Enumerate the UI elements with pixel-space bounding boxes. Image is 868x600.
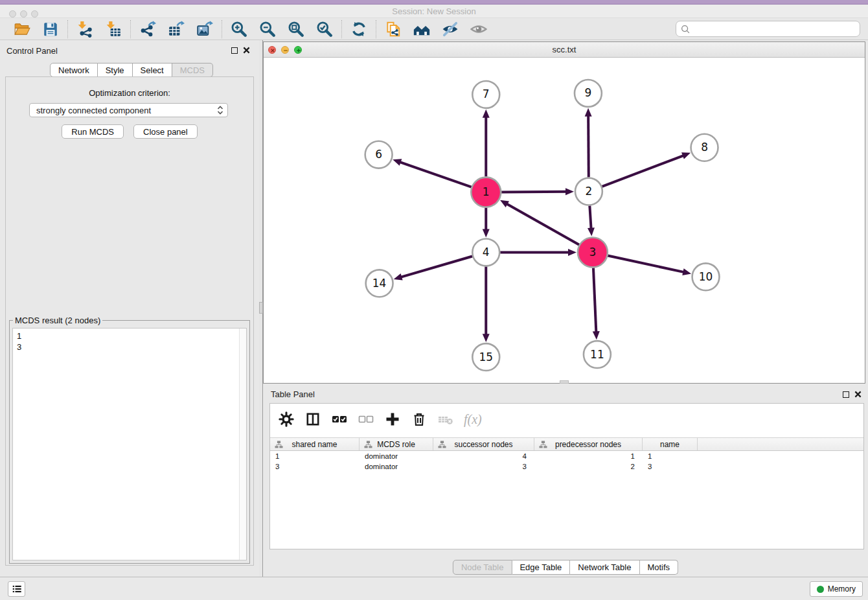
result-scrollbar[interactable] — [239, 329, 246, 560]
node-label: 1 — [483, 185, 490, 198]
graph-node-10[interactable]: 10 — [692, 263, 720, 290]
table-cell[interactable]: 2 — [534, 461, 643, 472]
table-cell[interactable]: 1 — [534, 451, 643, 461]
graph-node-8[interactable]: 8 — [691, 134, 718, 161]
node-label: 9 — [585, 86, 592, 99]
toolbar-separator — [67, 20, 68, 38]
tab-style[interactable]: Style — [98, 63, 133, 77]
status-bar: Memory — [0, 577, 868, 600]
graph-node-7[interactable]: 7 — [472, 81, 499, 108]
tab-network-table[interactable]: Network Table — [570, 560, 639, 575]
table-settings-button[interactable] — [278, 411, 295, 428]
edge-3-1[interactable] — [507, 203, 579, 244]
main-toolbar — [0, 18, 868, 40]
network-window-titlebar[interactable]: scc.txt — [264, 42, 865, 58]
float-panel-icon[interactable] — [231, 47, 238, 54]
edge-2-3[interactable] — [589, 205, 591, 229]
graph-node-9[interactable]: 9 — [575, 80, 602, 107]
zoom-in-button[interactable] — [230, 20, 248, 38]
graph-node-1[interactable]: 1 — [471, 178, 501, 207]
graph-node-6[interactable]: 6 — [365, 141, 393, 168]
tab-network[interactable]: Network — [50, 63, 98, 77]
table-cell[interactable]: 3 — [433, 461, 534, 472]
table-cell[interactable]: dominator — [360, 461, 433, 472]
tab-mcds[interactable]: MCDS — [172, 63, 213, 77]
tree-icon — [275, 441, 283, 450]
edge-3-11[interactable] — [593, 268, 596, 332]
zoom-selected-button[interactable] — [315, 20, 334, 38]
network-view-window: scc.txt 7968124314101511 — [263, 41, 865, 384]
close-table-panel-icon[interactable] — [854, 389, 862, 400]
memory-label: Memory — [828, 584, 856, 594]
close-panel-icon[interactable] — [243, 45, 250, 56]
tab-motifs[interactable]: Motifs — [639, 560, 678, 575]
edge-1-6[interactable] — [400, 162, 472, 187]
show-eye-icon — [470, 21, 487, 38]
task-history-button[interactable] — [8, 581, 25, 597]
column-header-name[interactable]: name — [643, 438, 698, 450]
delete-column-button[interactable] — [411, 411, 428, 428]
zoom-out-button[interactable] — [258, 20, 277, 38]
tab-edge-table[interactable]: Edge Table — [512, 560, 570, 575]
export-table-button[interactable] — [167, 20, 185, 38]
hide-eye-button[interactable] — [441, 20, 459, 38]
select-all-rows-button[interactable] — [331, 411, 348, 428]
export-network-button[interactable] — [139, 20, 157, 38]
node-label: 3 — [589, 246, 597, 259]
export-image-button[interactable] — [196, 20, 214, 38]
network-canvas[interactable]: 7968124314101511 — [264, 58, 864, 382]
refresh-icon — [350, 21, 367, 38]
graph-node-2[interactable]: 2 — [575, 178, 602, 205]
add-column-button[interactable] — [384, 411, 401, 428]
duplicate-network-button[interactable] — [384, 20, 402, 38]
deselect-all-rows-button[interactable] — [358, 411, 374, 428]
close-panel-button[interactable]: Close panel — [133, 124, 198, 139]
graph-node-14[interactable]: 14 — [366, 270, 393, 297]
graph-node-4[interactable]: 4 — [472, 238, 499, 266]
column-header-successor-nodes[interactable]: successor nodes — [433, 438, 534, 450]
run-mcds-button[interactable]: Run MCDS — [62, 124, 124, 139]
graph-node-11[interactable]: 11 — [584, 341, 611, 368]
edge-1-2[interactable] — [501, 192, 567, 192]
column-header-shared-name[interactable]: shared name — [270, 438, 360, 450]
table-cell[interactable]: 4 — [433, 451, 534, 461]
search-input[interactable] — [691, 24, 856, 34]
table-cell[interactable]: 3 — [270, 461, 360, 472]
table-row[interactable]: 1dominator411 — [270, 451, 863, 461]
open-session-button[interactable] — [13, 20, 31, 38]
go-home-button[interactable] — [413, 20, 431, 38]
network-resize-grip[interactable] — [560, 380, 569, 384]
save-session-button[interactable] — [41, 20, 60, 38]
edge-4-14[interactable] — [400, 257, 472, 277]
show-eye-button[interactable] — [470, 20, 488, 38]
float-table-panel-icon[interactable] — [843, 391, 849, 398]
edge-2-8[interactable] — [602, 156, 683, 187]
graph-node-15[interactable]: 15 — [472, 343, 499, 371]
toolbar-separator — [222, 20, 222, 38]
table-row[interactable]: 3dominator323 — [270, 461, 863, 472]
split-table-button[interactable] — [304, 411, 321, 428]
edge-arrowhead — [588, 227, 595, 236]
refresh-button[interactable] — [350, 20, 368, 38]
search-box[interactable] — [676, 21, 860, 37]
import-network-button[interactable] — [76, 20, 94, 38]
import-table-button[interactable] — [104, 20, 122, 38]
memory-button[interactable]: Memory — [810, 581, 863, 597]
edge-3-10[interactable] — [608, 255, 684, 272]
go-home-icon — [413, 21, 430, 38]
table-cell[interactable]: 1 — [270, 451, 360, 461]
tab-select[interactable]: Select — [133, 63, 172, 77]
network-graph[interactable]: 7968124314101511 — [264, 58, 864, 382]
optimization-criterion-select[interactable]: strongly connected component — [29, 103, 228, 117]
column-header-MCDS-role[interactable]: MCDS role — [360, 438, 433, 450]
table-cell[interactable]: 3 — [643, 461, 698, 472]
zoom-fit-button[interactable] — [287, 20, 305, 38]
edge-arrowhead — [483, 110, 490, 118]
mcds-result-box[interactable]: 1 3 — [12, 328, 247, 560]
tab-node-table[interactable]: Node Table — [453, 560, 512, 575]
table-cell[interactable]: dominator — [360, 451, 433, 461]
graph-node-3[interactable]: 3 — [578, 237, 608, 267]
edge-2-9[interactable] — [588, 115, 589, 178]
table-cell[interactable]: 1 — [643, 451, 698, 461]
column-header-predecessor-nodes[interactable]: predecessor nodes — [534, 438, 643, 450]
